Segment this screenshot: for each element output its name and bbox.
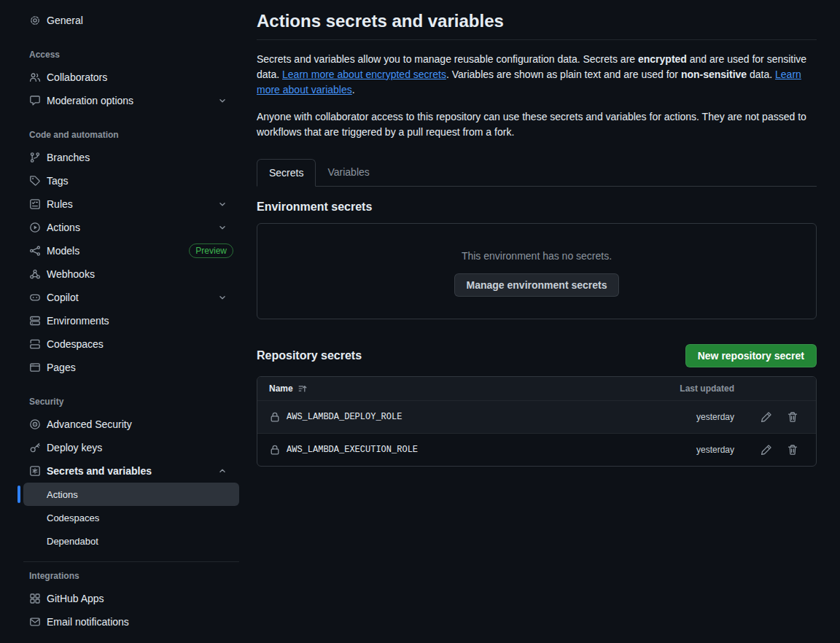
sidebar-item-general[interactable]: General	[23, 9, 239, 32]
sidebar-section-header: Security	[23, 397, 239, 407]
sidebar-item-github-apps[interactable]: GitHub Apps	[23, 587, 239, 610]
repository-secrets-table: Name Last updated AWS_LAMBDA_DEPLOY_ROLE	[257, 376, 817, 467]
sidebar-item-label: Collaborators	[47, 72, 107, 82]
sidebar-item-label: Moderation options	[47, 96, 133, 106]
intro-text-segment: . Variables are shown as plain text and …	[446, 69, 681, 80]
chevron-up-icon	[217, 466, 228, 476]
codespaces-icon	[29, 338, 41, 350]
browser-icon	[29, 362, 41, 373]
sidebar-item-moderation-options[interactable]: Moderation options	[23, 89, 239, 112]
gear-icon	[29, 15, 41, 26]
sidebar-item-copilot[interactable]: Copilot	[23, 286, 239, 309]
sidebar-section-header: Code and automation	[23, 130, 239, 140]
sidebar-subitem-label: Codespaces	[47, 513, 99, 523]
sidebar-item-collaborators[interactable]: Collaborators	[23, 66, 239, 89]
page-title: Actions secrets and variables	[257, 10, 817, 40]
sidebar-item-label: Copilot	[47, 292, 79, 303]
repo-settings-page: General Access Collaborators Moderation …	[0, 0, 840, 643]
sidebar-item-pages[interactable]: Pages	[23, 356, 239, 379]
delete-secret-button[interactable]	[787, 444, 798, 456]
sidebar-item-label: Email notifications	[47, 617, 129, 627]
edit-secret-button[interactable]	[761, 444, 772, 456]
play-icon	[29, 222, 41, 233]
sidebar-subitem-dependabot[interactable]: Dependabot	[23, 529, 239, 553]
sidebar-item-label: GitHub Apps	[47, 593, 104, 604]
repository-secrets-header: Repository secrets New repository secret	[257, 344, 817, 367]
sidebar-item-webhooks[interactable]: Webhooks	[23, 262, 239, 286]
intro-paragraph-2: Anyone with collaborator access to this …	[257, 109, 817, 140]
non-sensitive-emphasis: non-sensitive	[681, 69, 747, 80]
sidebar-subitem-label: Actions	[47, 489, 78, 500]
intro-text: Secrets and variables allow you to manag…	[257, 52, 817, 140]
new-repository-secret-button[interactable]: New repository secret	[685, 344, 817, 367]
edit-secret-button[interactable]	[761, 411, 772, 423]
lock-icon	[269, 411, 281, 423]
sidebar-item-tags[interactable]: Tags	[23, 169, 239, 192]
learn-more-secrets-link[interactable]: Learn more about encrypted secrets	[282, 69, 446, 80]
row-actions	[734, 444, 804, 456]
sidebar-item-label: General	[47, 15, 83, 26]
sidebar-subitem-codespaces[interactable]: Codespaces	[23, 506, 239, 529]
sidebar-item-label: Secrets and variables	[47, 466, 152, 476]
sort-ascending-icon	[298, 383, 308, 394]
environment-secrets-section: Environment secrets This environment has…	[257, 198, 817, 319]
sidebar-item-actions[interactable]: Actions	[23, 216, 239, 239]
tag-icon	[29, 175, 41, 187]
webhook-icon	[29, 268, 41, 280]
environment-secrets-heading: Environment secrets	[257, 198, 817, 216]
sidebar-item-label: Webhooks	[47, 269, 95, 279]
last-updated-cell: yesterday	[647, 445, 734, 455]
sidebar-item-label: Actions	[47, 222, 80, 233]
sidebar-group-integrations: Integrations GitHub Apps Email notificat…	[23, 571, 239, 634]
sidebar-item-label: Codespaces	[47, 339, 104, 349]
sidebar-item-environments[interactable]: Environments	[23, 309, 239, 332]
rules-icon	[29, 198, 41, 210]
sidebar-item-label: Pages	[47, 362, 76, 373]
tab-variables[interactable]: Variables	[316, 159, 381, 186]
sidebar-item-deploy-keys[interactable]: Deploy keys	[23, 436, 239, 459]
intro-text-segment: Secrets and variables allow you to manag…	[257, 53, 638, 65]
secret-name-cell: AWS_LAMBDA_EXECUTION_ROLE	[269, 444, 647, 456]
sidebar-item-label: Deploy keys	[47, 443, 102, 453]
column-header-name-label: Name	[269, 383, 293, 394]
settings-sidebar: General Access Collaborators Moderation …	[0, 0, 257, 643]
preview-badge: Preview	[189, 243, 233, 258]
tab-secrets[interactable]: Secrets	[257, 159, 316, 187]
sidebar-item-branches[interactable]: Branches	[23, 146, 239, 169]
sidebar-item-rules[interactable]: Rules	[23, 192, 239, 216]
secret-name: AWS_LAMBDA_EXECUTION_ROLE	[287, 445, 418, 455]
models-icon	[29, 245, 41, 257]
repository-secrets-section: Repository secrets New repository secret…	[257, 344, 817, 467]
sidebar-subitem-actions[interactable]: Actions	[23, 483, 239, 506]
delete-secret-button[interactable]	[787, 411, 798, 423]
empty-state-message: This environment has no secrets.	[257, 250, 816, 262]
last-updated-cell: yesterday	[647, 412, 734, 422]
manage-environment-secrets-button[interactable]: Manage environment secrets	[454, 273, 620, 297]
sidebar-divider	[23, 561, 239, 562]
table-header-row: Name Last updated	[257, 377, 816, 400]
sidebar-item-email-notifications[interactable]: Email notifications	[23, 610, 239, 634]
sidebar-item-codespaces[interactable]: Codespaces	[23, 332, 239, 356]
sidebar-item-advanced-security[interactable]: Advanced Security	[23, 413, 239, 436]
git-branch-icon	[29, 152, 41, 163]
mail-icon	[29, 616, 41, 628]
sidebar-item-models[interactable]: Models Preview	[23, 239, 239, 262]
secrets-variables-tabnav: Secrets Variables	[257, 159, 817, 187]
secret-name: AWS_LAMBDA_DEPLOY_ROLE	[287, 412, 402, 422]
sidebar-item-label: Rules	[47, 199, 73, 209]
lock-icon	[269, 444, 281, 456]
intro-paragraph-1: Secrets and variables allow you to manag…	[257, 52, 817, 98]
sidebar-subitem-label: Dependabot	[47, 536, 98, 547]
sidebar-group-access: Access Collaborators Moderation options	[23, 50, 239, 112]
sidebar-item-label: Branches	[47, 152, 90, 163]
sidebar-item-secrets-and-variables[interactable]: Secrets and variables	[23, 459, 239, 483]
environment-secrets-empty-state: This environment has no secrets. Manage …	[257, 223, 817, 319]
column-header-name[interactable]: Name	[269, 383, 647, 394]
sidebar-item-label: Tags	[47, 176, 69, 186]
people-icon	[29, 71, 41, 83]
sidebar-item-label: Advanced Security	[47, 419, 132, 429]
intro-text-segment: data.	[747, 69, 775, 80]
sidebar-section-header: Access	[23, 50, 239, 60]
server-icon	[29, 315, 41, 327]
sidebar-group-code-automation: Code and automation Branches Tags Rules	[23, 130, 239, 379]
